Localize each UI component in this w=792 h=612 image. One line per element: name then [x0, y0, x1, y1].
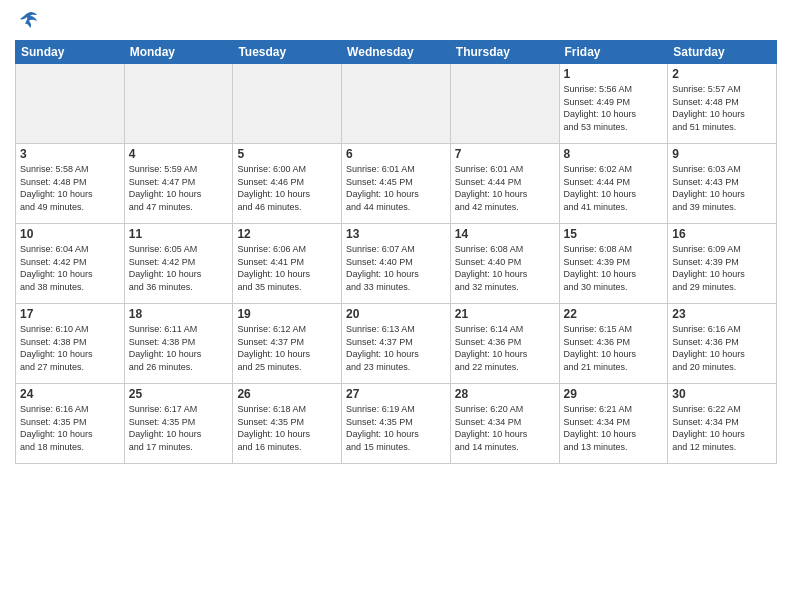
calendar-cell: 12Sunrise: 6:06 AM Sunset: 4:41 PM Dayli… — [233, 224, 342, 304]
day-info: Sunrise: 6:11 AM Sunset: 4:38 PM Dayligh… — [129, 323, 229, 373]
week-row-2: 10Sunrise: 6:04 AM Sunset: 4:42 PM Dayli… — [16, 224, 777, 304]
day-info: Sunrise: 5:59 AM Sunset: 4:47 PM Dayligh… — [129, 163, 229, 213]
calendar-cell: 25Sunrise: 6:17 AM Sunset: 4:35 PM Dayli… — [124, 384, 233, 464]
day-info: Sunrise: 6:01 AM Sunset: 4:45 PM Dayligh… — [346, 163, 446, 213]
weekday-monday: Monday — [124, 41, 233, 64]
day-info: Sunrise: 6:15 AM Sunset: 4:36 PM Dayligh… — [564, 323, 664, 373]
day-number: 29 — [564, 387, 664, 401]
day-number: 27 — [346, 387, 446, 401]
calendar-cell: 28Sunrise: 6:20 AM Sunset: 4:34 PM Dayli… — [450, 384, 559, 464]
calendar-cell: 10Sunrise: 6:04 AM Sunset: 4:42 PM Dayli… — [16, 224, 125, 304]
day-number: 13 — [346, 227, 446, 241]
day-number: 3 — [20, 147, 120, 161]
day-number: 7 — [455, 147, 555, 161]
calendar-cell — [124, 64, 233, 144]
calendar-cell: 6Sunrise: 6:01 AM Sunset: 4:45 PM Daylig… — [342, 144, 451, 224]
calendar-cell: 26Sunrise: 6:18 AM Sunset: 4:35 PM Dayli… — [233, 384, 342, 464]
day-info: Sunrise: 6:04 AM Sunset: 4:42 PM Dayligh… — [20, 243, 120, 293]
day-info: Sunrise: 6:13 AM Sunset: 4:37 PM Dayligh… — [346, 323, 446, 373]
day-info: Sunrise: 6:20 AM Sunset: 4:34 PM Dayligh… — [455, 403, 555, 453]
calendar-cell: 15Sunrise: 6:08 AM Sunset: 4:39 PM Dayli… — [559, 224, 668, 304]
calendar-cell: 29Sunrise: 6:21 AM Sunset: 4:34 PM Dayli… — [559, 384, 668, 464]
day-number: 17 — [20, 307, 120, 321]
day-info: Sunrise: 6:12 AM Sunset: 4:37 PM Dayligh… — [237, 323, 337, 373]
day-info: Sunrise: 6:00 AM Sunset: 4:46 PM Dayligh… — [237, 163, 337, 213]
calendar-cell: 5Sunrise: 6:00 AM Sunset: 4:46 PM Daylig… — [233, 144, 342, 224]
day-info: Sunrise: 6:19 AM Sunset: 4:35 PM Dayligh… — [346, 403, 446, 453]
day-info: Sunrise: 6:07 AM Sunset: 4:40 PM Dayligh… — [346, 243, 446, 293]
calendar-cell: 30Sunrise: 6:22 AM Sunset: 4:34 PM Dayli… — [668, 384, 777, 464]
day-number: 30 — [672, 387, 772, 401]
week-row-3: 17Sunrise: 6:10 AM Sunset: 4:38 PM Dayli… — [16, 304, 777, 384]
header — [15, 10, 777, 32]
logo-bird-icon — [17, 10, 39, 32]
day-number: 19 — [237, 307, 337, 321]
calendar-cell: 19Sunrise: 6:12 AM Sunset: 4:37 PM Dayli… — [233, 304, 342, 384]
calendar-cell: 24Sunrise: 6:16 AM Sunset: 4:35 PM Dayli… — [16, 384, 125, 464]
calendar-table: SundayMondayTuesdayWednesdayThursdayFrid… — [15, 40, 777, 464]
calendar-cell: 13Sunrise: 6:07 AM Sunset: 4:40 PM Dayli… — [342, 224, 451, 304]
calendar-cell: 7Sunrise: 6:01 AM Sunset: 4:44 PM Daylig… — [450, 144, 559, 224]
day-info: Sunrise: 6:03 AM Sunset: 4:43 PM Dayligh… — [672, 163, 772, 213]
day-info: Sunrise: 6:06 AM Sunset: 4:41 PM Dayligh… — [237, 243, 337, 293]
calendar-cell — [450, 64, 559, 144]
day-number: 16 — [672, 227, 772, 241]
weekday-thursday: Thursday — [450, 41, 559, 64]
calendar-cell: 8Sunrise: 6:02 AM Sunset: 4:44 PM Daylig… — [559, 144, 668, 224]
day-number: 24 — [20, 387, 120, 401]
day-number: 8 — [564, 147, 664, 161]
day-number: 10 — [20, 227, 120, 241]
day-number: 11 — [129, 227, 229, 241]
week-row-0: 1Sunrise: 5:56 AM Sunset: 4:49 PM Daylig… — [16, 64, 777, 144]
day-number: 22 — [564, 307, 664, 321]
day-number: 2 — [672, 67, 772, 81]
calendar-cell: 23Sunrise: 6:16 AM Sunset: 4:36 PM Dayli… — [668, 304, 777, 384]
day-info: Sunrise: 6:18 AM Sunset: 4:35 PM Dayligh… — [237, 403, 337, 453]
week-row-1: 3Sunrise: 5:58 AM Sunset: 4:48 PM Daylig… — [16, 144, 777, 224]
day-info: Sunrise: 6:08 AM Sunset: 4:39 PM Dayligh… — [564, 243, 664, 293]
calendar-cell: 22Sunrise: 6:15 AM Sunset: 4:36 PM Dayli… — [559, 304, 668, 384]
day-number: 21 — [455, 307, 555, 321]
calendar-cell: 2Sunrise: 5:57 AM Sunset: 4:48 PM Daylig… — [668, 64, 777, 144]
day-info: Sunrise: 5:57 AM Sunset: 4:48 PM Dayligh… — [672, 83, 772, 133]
day-number: 25 — [129, 387, 229, 401]
day-info: Sunrise: 6:05 AM Sunset: 4:42 PM Dayligh… — [129, 243, 229, 293]
calendar-cell: 3Sunrise: 5:58 AM Sunset: 4:48 PM Daylig… — [16, 144, 125, 224]
day-number: 1 — [564, 67, 664, 81]
day-number: 4 — [129, 147, 229, 161]
day-number: 20 — [346, 307, 446, 321]
calendar-cell — [233, 64, 342, 144]
day-info: Sunrise: 5:56 AM Sunset: 4:49 PM Dayligh… — [564, 83, 664, 133]
calendar-cell: 20Sunrise: 6:13 AM Sunset: 4:37 PM Dayli… — [342, 304, 451, 384]
weekday-wednesday: Wednesday — [342, 41, 451, 64]
day-info: Sunrise: 6:10 AM Sunset: 4:38 PM Dayligh… — [20, 323, 120, 373]
weekday-header-row: SundayMondayTuesdayWednesdayThursdayFrid… — [16, 41, 777, 64]
calendar-cell: 27Sunrise: 6:19 AM Sunset: 4:35 PM Dayli… — [342, 384, 451, 464]
page: SundayMondayTuesdayWednesdayThursdayFrid… — [0, 0, 792, 612]
calendar-cell: 1Sunrise: 5:56 AM Sunset: 4:49 PM Daylig… — [559, 64, 668, 144]
day-number: 26 — [237, 387, 337, 401]
day-number: 28 — [455, 387, 555, 401]
day-info: Sunrise: 6:21 AM Sunset: 4:34 PM Dayligh… — [564, 403, 664, 453]
calendar-cell: 14Sunrise: 6:08 AM Sunset: 4:40 PM Dayli… — [450, 224, 559, 304]
day-number: 6 — [346, 147, 446, 161]
day-number: 18 — [129, 307, 229, 321]
weekday-saturday: Saturday — [668, 41, 777, 64]
day-info: Sunrise: 6:08 AM Sunset: 4:40 PM Dayligh… — [455, 243, 555, 293]
day-number: 9 — [672, 147, 772, 161]
day-number: 15 — [564, 227, 664, 241]
day-info: Sunrise: 5:58 AM Sunset: 4:48 PM Dayligh… — [20, 163, 120, 213]
day-info: Sunrise: 6:02 AM Sunset: 4:44 PM Dayligh… — [564, 163, 664, 213]
week-row-4: 24Sunrise: 6:16 AM Sunset: 4:35 PM Dayli… — [16, 384, 777, 464]
calendar-cell — [16, 64, 125, 144]
day-info: Sunrise: 6:01 AM Sunset: 4:44 PM Dayligh… — [455, 163, 555, 213]
calendar-cell: 4Sunrise: 5:59 AM Sunset: 4:47 PM Daylig… — [124, 144, 233, 224]
day-info: Sunrise: 6:09 AM Sunset: 4:39 PM Dayligh… — [672, 243, 772, 293]
calendar-cell: 16Sunrise: 6:09 AM Sunset: 4:39 PM Dayli… — [668, 224, 777, 304]
day-info: Sunrise: 6:16 AM Sunset: 4:36 PM Dayligh… — [672, 323, 772, 373]
calendar-cell: 9Sunrise: 6:03 AM Sunset: 4:43 PM Daylig… — [668, 144, 777, 224]
day-number: 14 — [455, 227, 555, 241]
day-number: 5 — [237, 147, 337, 161]
calendar-cell: 21Sunrise: 6:14 AM Sunset: 4:36 PM Dayli… — [450, 304, 559, 384]
weekday-friday: Friday — [559, 41, 668, 64]
